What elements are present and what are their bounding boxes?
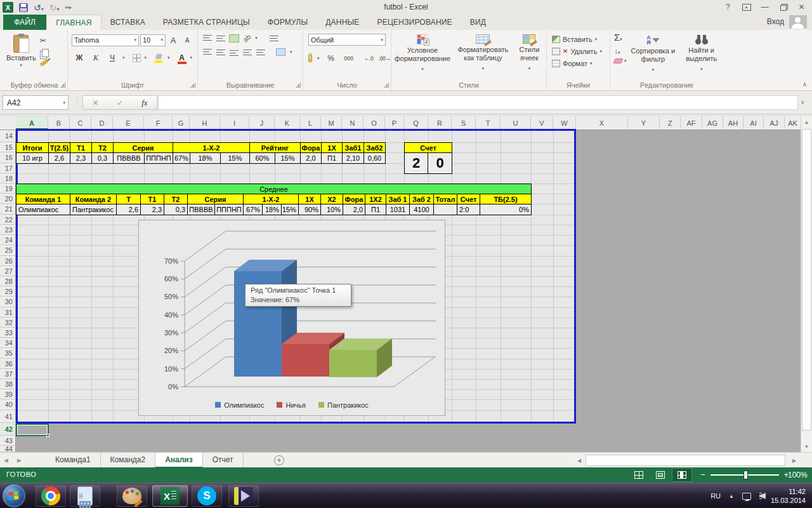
page-break-border-left[interactable] [16,129,18,424]
table-cell[interactable]: ПППНП [215,204,244,215]
table-cell[interactable]: 67% [173,153,190,164]
row-header[interactable]: 16 [0,152,16,163]
insert-function-icon[interactable]: fx [141,98,147,108]
column-header[interactable]: Z [660,116,681,130]
table-cell[interactable]: Т(2.5) [49,143,70,153]
collapse-ribbon-icon[interactable]: ∧ [802,81,807,88]
column-header[interactable]: E [113,116,144,130]
normal-view-button[interactable] [629,469,648,481]
network-icon[interactable] [742,493,751,500]
clock[interactable]: 11:42 15.03.2014 [771,487,806,505]
merge-center-icon[interactable] [276,48,285,56]
column-header[interactable]: Q [404,116,428,130]
cut-icon[interactable]: ✂ [40,36,49,45]
vertical-scroll-thumb[interactable] [802,129,811,431]
table-cell[interactable]: 2:0 [457,204,480,215]
taskbar-paint-button[interactable] [117,485,147,507]
score-home[interactable]: 2 [405,153,428,174]
row-header[interactable]: 20 [0,194,16,204]
shrink-font-button[interactable]: А [181,34,193,46]
align-right-icon[interactable] [230,49,239,56]
page-break-view-button[interactable] [672,469,691,481]
table-cell[interactable]: 10 игр [16,153,49,164]
column-header[interactable]: Y [628,116,660,130]
table-cell[interactable]: 1-Х-2 [173,143,250,153]
column-header[interactable]: I [220,116,249,130]
fill-color-icon[interactable] [154,53,164,63]
table-cell[interactable]: П1 [365,204,386,215]
row-header[interactable]: 26 [0,256,16,266]
font-color-icon[interactable]: А [178,53,187,62]
ribbon-tab[interactable]: ФАЙЛ [3,15,46,30]
borders-icon[interactable] [133,54,141,62]
number-format-combo[interactable]: Общий▾ [308,34,386,46]
ribbon-tab[interactable]: РАЗМЕТКА СТРАНИЦЫ [154,15,259,30]
row-header[interactable]: 36 [0,359,16,369]
wrap-text-icon[interactable] [270,35,278,42]
table-cell[interactable]: ТБ(2.5) [480,194,532,204]
table-cell[interactable]: 0,3 [164,204,188,215]
next-sheet-icon[interactable]: ▶ [17,457,22,464]
column-header[interactable]: V [531,116,553,130]
table-cell[interactable]: Х2 [321,194,343,204]
row-header[interactable]: 25 [0,245,16,256]
row-header[interactable]: 19 [0,184,16,194]
row-header[interactable]: 33 [0,328,16,338]
scroll-up-icon[interactable]: ▲ [801,116,812,125]
conditional-formatting-button[interactable]: Условное форматирование ▾ [391,31,454,73]
row-header[interactable]: 31 [0,307,16,318]
scroll-down-icon[interactable]: ▼ [801,444,812,450]
format-painter-icon[interactable] [39,59,48,67]
table-cell[interactable]: Заб 1 [386,194,410,204]
volume-control[interactable] [759,493,763,499]
column-header[interactable]: K [275,116,300,130]
row-header[interactable]: 32 [0,318,16,328]
ribbon-tab[interactable]: ГЛАВНАЯ [46,15,101,30]
row-header[interactable]: 41 [0,410,16,423]
row-header[interactable]: 34 [0,338,16,348]
table-cell[interactable]: 2,3 [70,153,92,164]
column-header[interactable]: R [428,116,452,130]
table-cell[interactable]: 60% [250,153,275,164]
autosum-button[interactable]: Σ▾ [614,32,627,43]
score-away[interactable]: 0 [428,153,452,174]
column-header[interactable]: G [173,116,190,130]
fill-button[interactable]: ↓▾ [614,45,627,57]
table-cell[interactable]: 0% [480,204,532,215]
name-box[interactable]: A42▾ [3,95,69,110]
table-cell[interactable]: 15% [275,153,301,164]
delete-cells-button[interactable]: ✕ Удалить▾ [552,45,610,57]
row-header[interactable]: 43 [0,436,16,446]
column-header[interactable]: D [91,116,113,130]
table-cell[interactable]: 2,6 [117,204,141,215]
legend-item[interactable]: Олимпиакос [215,401,264,409]
restore-button[interactable] [774,0,792,14]
align-middle-icon[interactable] [216,35,225,42]
clear-button[interactable]: ▾ [614,58,627,64]
dialog-launcher-icon[interactable] [384,83,389,88]
dialog-launcher-icon[interactable] [190,83,195,88]
name-box-splitter[interactable]: ⋮ [74,98,81,106]
table-cell[interactable]: Счет [457,194,480,204]
ribbon-tab[interactable]: ВСТАВКА [102,15,154,30]
comma-style-button[interactable]: 000 [342,52,355,65]
row-header[interactable]: 15 [0,142,16,152]
table-cell[interactable]: 67% [244,204,263,215]
score-title[interactable]: Счет [405,143,452,153]
find-select-button[interactable]: Найти и выделить ▾ [679,32,723,74]
increase-indent-icon[interactable] [256,49,265,56]
row-header[interactable]: 14 [0,130,16,142]
column-header[interactable]: T [476,116,501,130]
row-header[interactable]: 40 [0,399,16,410]
start-button[interactable] [3,485,25,507]
chart[interactable]: 70% 60% 50% 40% 30% 20% 10% 0% Олимпиако… [138,220,445,416]
table-cell[interactable]: 4100 [410,204,434,215]
legend-item[interactable]: Ничья [277,401,306,409]
table-cell[interactable]: Т [117,194,141,204]
table-cell[interactable]: 18% [190,153,221,164]
sheet-tab[interactable]: Отчет [203,453,244,468]
sheet-outside-area-right[interactable] [576,130,801,452]
ribbon-tab[interactable]: ДАННЫЕ [317,15,368,30]
row-header[interactable]: 17 [0,163,16,173]
align-center-icon[interactable] [216,49,225,56]
